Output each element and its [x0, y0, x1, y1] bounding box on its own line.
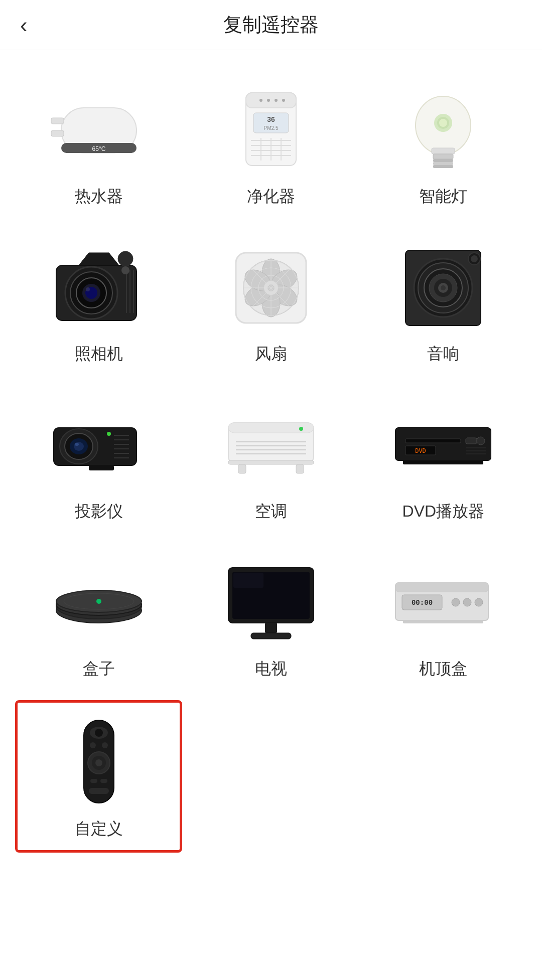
svg-rect-114 — [251, 633, 291, 639]
svg-text:DVD: DVD — [415, 447, 426, 454]
svg-rect-81 — [89, 465, 114, 470]
page-title: 复制遥控器 — [223, 12, 319, 38]
svg-point-128 — [95, 759, 102, 766]
stb-label: 机顶盒 — [419, 658, 467, 680]
projector-label: 投影仪 — [75, 501, 123, 523]
box-label: 盒子 — [83, 658, 115, 680]
box-icon — [49, 558, 149, 648]
svg-rect-25 — [433, 162, 453, 165]
custom-icon — [49, 718, 149, 808]
back-button[interactable]: ‹ — [20, 14, 28, 36]
svg-point-125 — [95, 729, 103, 737]
svg-point-97 — [477, 437, 485, 445]
svg-point-108 — [96, 599, 101, 604]
grid-item-fan[interactable]: 风扇 — [187, 228, 354, 375]
svg-rect-90 — [228, 460, 314, 464]
svg-rect-112 — [233, 573, 263, 588]
smart-light-label: 智能灯 — [419, 186, 467, 208]
device-grid: 65°C 热水器 36 PM2.5 — [0, 50, 542, 873]
fan-icon — [221, 243, 321, 333]
grid-item-water-heater[interactable]: 65°C 热水器 — [15, 70, 182, 218]
svg-rect-116 — [395, 583, 488, 592]
svg-point-121 — [475, 598, 483, 606]
grid-item-custom[interactable]: 自定义 — [15, 700, 182, 853]
svg-point-41 — [121, 266, 129, 274]
fan-label: 风扇 — [255, 343, 287, 365]
grid-item-tv[interactable]: 电视 — [187, 543, 354, 690]
svg-point-82 — [107, 432, 111, 436]
svg-rect-3 — [51, 118, 64, 124]
svg-point-66 — [441, 285, 446, 290]
dvd-label: DVD播放器 — [402, 501, 485, 523]
svg-rect-129 — [90, 779, 97, 783]
svg-rect-26 — [433, 165, 453, 168]
svg-rect-91 — [238, 464, 246, 473]
svg-rect-122 — [403, 620, 483, 623]
svg-rect-113 — [265, 623, 277, 633]
svg-point-9 — [275, 99, 278, 102]
grid-item-camera[interactable]: 照相机 — [15, 228, 182, 375]
svg-point-89 — [299, 427, 303, 431]
svg-text:00:00: 00:00 — [412, 598, 433, 606]
tv-icon — [221, 558, 321, 648]
header: ‹ 复制遥控器 — [0, 0, 542, 50]
svg-point-132 — [102, 742, 108, 748]
grid-item-speaker[interactable]: 音响 — [360, 228, 527, 375]
grid-item-projector[interactable]: 投影仪 — [15, 385, 182, 533]
ac-icon — [221, 400, 321, 491]
speaker-label: 音响 — [427, 343, 459, 365]
speaker-icon — [393, 243, 493, 333]
svg-rect-4 — [51, 130, 64, 136]
svg-point-68 — [471, 255, 478, 262]
svg-rect-92 — [296, 464, 304, 473]
camera-icon — [49, 243, 149, 333]
svg-rect-96 — [466, 438, 477, 444]
svg-point-119 — [452, 598, 460, 606]
svg-rect-133 — [89, 788, 109, 794]
dvd-icon: DVD — [393, 400, 493, 491]
svg-rect-94 — [395, 428, 491, 460]
grid-item-box[interactable]: 盒子 — [15, 543, 182, 690]
ac-label: 空调 — [255, 501, 287, 523]
svg-rect-103 — [403, 460, 483, 464]
svg-point-37 — [86, 287, 90, 291]
svg-text:PM2.5: PM2.5 — [264, 125, 279, 131]
svg-text:65°C: 65°C — [92, 145, 105, 152]
purifier-icon: 36 PM2.5 — [221, 85, 321, 176]
purifier-label: 净化器 — [247, 186, 295, 208]
projector-icon — [49, 400, 149, 491]
grid-item-stb[interactable]: 00:00 机顶盒 — [360, 543, 527, 690]
grid-item-dvd[interactable]: DVD DVD播放器 — [360, 385, 527, 533]
svg-point-31 — [118, 251, 133, 266]
grid-item-purifier[interactable]: 36 PM2.5 净化器 — [187, 70, 354, 218]
svg-point-10 — [282, 99, 285, 102]
svg-point-73 — [74, 442, 84, 451]
svg-point-131 — [90, 742, 96, 748]
water-heater-label: 热水器 — [75, 186, 123, 208]
custom-label: 自定义 — [75, 818, 123, 840]
svg-text:36: 36 — [267, 115, 275, 123]
stb-icon: 00:00 — [393, 558, 493, 648]
svg-rect-22 — [432, 148, 455, 154]
svg-rect-23 — [433, 154, 453, 159]
camera-label: 照相机 — [75, 343, 123, 365]
svg-rect-95 — [405, 439, 461, 443]
svg-rect-24 — [433, 159, 453, 162]
svg-rect-130 — [100, 779, 107, 783]
svg-point-74 — [75, 443, 79, 446]
svg-point-29 — [439, 119, 447, 127]
water-heater-icon: 65°C — [49, 85, 149, 176]
svg-point-8 — [267, 99, 270, 102]
tv-label: 电视 — [255, 658, 287, 680]
svg-point-7 — [259, 99, 262, 102]
svg-rect-6 — [246, 93, 296, 108]
grid-item-smart-light[interactable]: 智能灯 — [360, 70, 527, 218]
smart-light-icon — [393, 85, 493, 176]
svg-point-120 — [463, 598, 471, 606]
grid-item-ac[interactable]: 空调 — [187, 385, 354, 533]
